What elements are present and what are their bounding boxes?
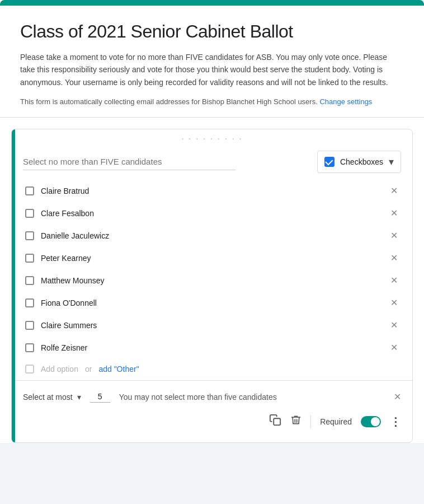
more-options-icon[interactable]: ⋮ [390, 415, 401, 428]
delete-icon[interactable] [290, 414, 301, 429]
email-notice: This form is automatically collecting em… [20, 97, 404, 106]
option-checkbox[interactable] [25, 209, 34, 218]
action-separator [310, 415, 311, 428]
dismiss-validation-icon[interactable]: ✕ [394, 391, 401, 402]
option-label: Danielle Jaculewicz [41, 231, 380, 240]
dropdown-chevron-icon: ▾ [77, 393, 81, 402]
option-checkbox[interactable] [25, 254, 34, 263]
or-text: or [85, 365, 92, 374]
list-item: Fiona O'Donnell ✕ [23, 292, 401, 314]
toggle-track[interactable] [361, 416, 381, 427]
card-left-accent [12, 129, 15, 442]
option-label: Claire Summers [41, 321, 380, 330]
list-item: Matthew Mounsey ✕ [23, 269, 401, 292]
form-description: Please take a moment to vote for no more… [20, 51, 404, 88]
option-label: Rolfe Zeisner [41, 343, 380, 352]
option-checkbox[interactable] [25, 276, 34, 285]
copy-icon[interactable] [269, 414, 281, 429]
select-at-most-label: Select at most [23, 393, 73, 402]
option-label: Fiona O'Donnell [41, 298, 380, 307]
option-checkbox[interactable] [25, 186, 34, 195]
options-list: Claire Bratrud ✕ Clare Fesalbon ✕ Daniel… [12, 173, 412, 374]
option-label: Clare Fesalbon [41, 209, 380, 218]
remove-icon[interactable]: ✕ [387, 229, 401, 242]
max-select-input[interactable] [90, 391, 110, 403]
option-checkbox[interactable] [25, 343, 34, 352]
toggle-thumb [371, 417, 380, 426]
option-checkbox[interactable] [25, 321, 34, 330]
required-toggle[interactable] [361, 416, 381, 427]
validation-footer: Select at most ▾ You may not select more… [12, 380, 412, 405]
question-input[interactable] [23, 153, 235, 170]
add-option-row: Add option or add "Other" [23, 359, 401, 374]
remove-icon[interactable]: ✕ [387, 296, 401, 309]
checkbox-type-icon [324, 157, 335, 167]
list-item: Peter Kearney ✕ [23, 247, 401, 269]
question-top-row: Checkboxes ▾ [12, 146, 412, 173]
change-settings-link[interactable]: Change settings [319, 97, 372, 106]
type-label: Checkboxes [340, 157, 383, 166]
remove-icon[interactable]: ✕ [387, 251, 401, 264]
add-option-text[interactable]: Add option [41, 365, 78, 374]
chevron-down-icon: ▾ [389, 156, 394, 168]
question-card: · · · · · · · · · Checkboxes ▾ Claire Br… [11, 129, 413, 443]
option-checkbox[interactable] [25, 231, 34, 240]
form-title: Class of 2021 Senior Cabinet Ballot [20, 21, 404, 42]
remove-icon[interactable]: ✕ [387, 184, 401, 197]
bottom-spacer [0, 443, 424, 504]
validation-type-dropdown[interactable]: ▾ [77, 393, 81, 402]
drag-handle[interactable]: · · · · · · · · · [12, 129, 412, 146]
option-checkbox[interactable] [25, 298, 34, 307]
svg-rect-0 [274, 418, 280, 425]
header-section: Class of 2021 Senior Cabinet Ballot Plea… [0, 6, 424, 118]
question-type-selector[interactable]: Checkboxes ▾ [317, 151, 401, 173]
list-item: Rolfe Zeisner ✕ [23, 337, 401, 359]
top-accent-bar [0, 0, 424, 6]
remove-icon[interactable]: ✕ [387, 207, 401, 220]
option-label: Matthew Mounsey [41, 276, 380, 285]
remove-icon[interactable]: ✕ [387, 319, 401, 332]
list-item: Claire Bratrud ✕ [23, 180, 401, 202]
list-item: Danielle Jaculewicz ✕ [23, 225, 401, 247]
remove-icon[interactable]: ✕ [387, 341, 401, 354]
card-actions: Required ⋮ [12, 407, 412, 433]
add-other-link[interactable]: add "Other" [98, 365, 139, 374]
list-item: Clare Fesalbon ✕ [23, 202, 401, 225]
add-option-checkbox [25, 365, 34, 374]
remove-icon[interactable]: ✕ [387, 274, 401, 287]
validation-message: You may not select more than five candid… [119, 393, 389, 402]
required-label: Required [320, 417, 352, 426]
option-label: Peter Kearney [41, 254, 380, 263]
option-label: Claire Bratrud [41, 186, 380, 195]
list-item: Claire Summers ✕ [23, 314, 401, 337]
